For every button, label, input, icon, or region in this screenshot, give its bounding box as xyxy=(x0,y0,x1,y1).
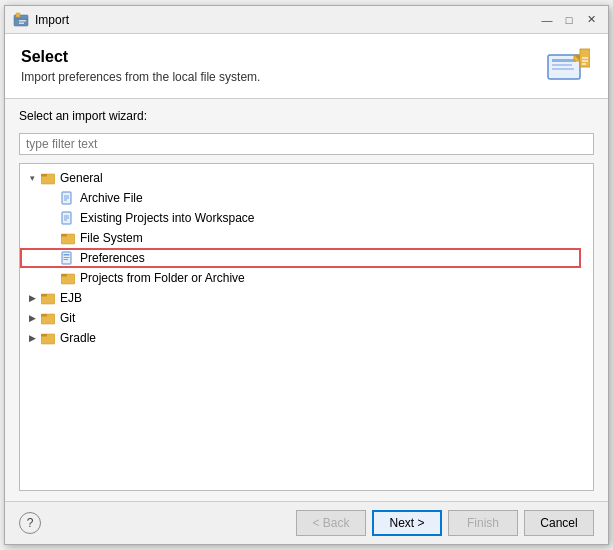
item-icon-general xyxy=(40,170,56,186)
item-label-ejb: EJB xyxy=(60,291,82,305)
titlebar: Import — □ ✕ xyxy=(5,6,608,34)
tree-item-existing-projects[interactable]: Existing Projects into Workspace xyxy=(20,208,581,228)
svg-rect-33 xyxy=(41,294,47,297)
tree-item-general[interactable]: ▾General xyxy=(20,168,581,188)
item-label-git: Git xyxy=(60,311,75,325)
content-area: Select an import wizard: ▾GeneralArchive… xyxy=(5,99,608,501)
expand-arrow-existing-projects xyxy=(44,210,60,226)
item-label-projects-folder: Projects from Folder or Archive xyxy=(80,271,245,285)
back-button[interactable]: < Back xyxy=(296,510,366,536)
header-subtitle: Import preferences from the local file s… xyxy=(21,70,260,84)
header-title: Select xyxy=(21,48,260,66)
minimize-button[interactable]: — xyxy=(538,11,556,29)
item-label-general: General xyxy=(60,171,103,185)
item-icon-gradle xyxy=(40,330,56,346)
header-section: Select Import preferences from the local… xyxy=(5,34,608,99)
tree-item-file-system[interactable]: File System xyxy=(20,228,581,248)
footer-left: ? xyxy=(19,512,41,534)
titlebar-controls: — □ ✕ xyxy=(538,11,600,29)
expand-arrow-archive-file xyxy=(44,190,60,206)
expand-arrow-file-system xyxy=(44,230,60,246)
tree-container[interactable]: ▾GeneralArchive FileExisting Projects in… xyxy=(19,163,594,491)
import-icon xyxy=(544,46,592,86)
import-window: Import — □ ✕ Select Import preferences f… xyxy=(4,5,609,545)
expand-arrow-preferences xyxy=(44,250,60,266)
footer-buttons: < Back Next > Finish Cancel xyxy=(296,510,594,536)
item-label-gradle: Gradle xyxy=(60,331,96,345)
header-text: Select Import preferences from the local… xyxy=(21,48,260,84)
expand-arrow-general: ▾ xyxy=(24,170,40,186)
window-icon xyxy=(13,12,29,28)
expand-arrow-ejb: ▶ xyxy=(24,290,40,306)
svg-rect-8 xyxy=(552,68,574,70)
svg-rect-31 xyxy=(61,274,67,277)
finish-button[interactable]: Finish xyxy=(448,510,518,536)
tree-item-preferences[interactable]: Preferences xyxy=(20,248,581,268)
tree-item-gradle[interactable]: ▶Gradle xyxy=(20,328,581,348)
svg-rect-27 xyxy=(64,254,70,256)
item-icon-archive-file xyxy=(60,190,76,206)
item-icon-preferences xyxy=(60,250,76,266)
svg-rect-7 xyxy=(552,64,572,66)
svg-rect-1 xyxy=(16,13,20,17)
tree-content: ▾GeneralArchive FileExisting Projects in… xyxy=(20,164,593,352)
item-label-archive-file: Archive File xyxy=(80,191,143,205)
item-label-existing-projects: Existing Projects into Workspace xyxy=(80,211,255,225)
item-icon-projects-folder xyxy=(60,270,76,286)
svg-rect-6 xyxy=(552,59,576,62)
item-icon-ejb xyxy=(40,290,56,306)
next-button[interactable]: Next > xyxy=(372,510,442,536)
svg-rect-37 xyxy=(41,334,47,337)
svg-rect-4 xyxy=(19,22,24,24)
wizard-label: Select an import wizard: xyxy=(19,109,594,123)
close-button[interactable]: ✕ xyxy=(582,11,600,29)
item-icon-file-system xyxy=(60,230,76,246)
tree-item-ejb[interactable]: ▶EJB xyxy=(20,288,581,308)
footer: ? < Back Next > Finish Cancel xyxy=(5,501,608,544)
svg-rect-15 xyxy=(41,174,47,177)
expand-arrow-git: ▶ xyxy=(24,310,40,326)
window-title: Import xyxy=(35,13,69,27)
svg-rect-3 xyxy=(19,20,26,22)
expand-arrow-projects-folder xyxy=(44,270,60,286)
item-icon-git xyxy=(40,310,56,326)
item-label-file-system: File System xyxy=(80,231,143,245)
filter-input[interactable] xyxy=(19,133,594,155)
svg-rect-35 xyxy=(41,314,47,317)
help-button[interactable]: ? xyxy=(19,512,41,534)
tree-item-archive-file[interactable]: Archive File xyxy=(20,188,581,208)
cancel-button[interactable]: Cancel xyxy=(524,510,594,536)
svg-rect-26 xyxy=(62,252,71,264)
expand-arrow-gradle: ▶ xyxy=(24,330,40,346)
item-label-preferences: Preferences xyxy=(80,251,145,265)
svg-rect-25 xyxy=(61,234,67,237)
item-icon-existing-projects xyxy=(60,210,76,226)
tree-item-git[interactable]: ▶Git xyxy=(20,308,581,328)
maximize-button[interactable]: □ xyxy=(560,11,578,29)
tree-item-projects-folder[interactable]: Projects from Folder or Archive xyxy=(20,268,581,288)
titlebar-left: Import xyxy=(13,12,69,28)
